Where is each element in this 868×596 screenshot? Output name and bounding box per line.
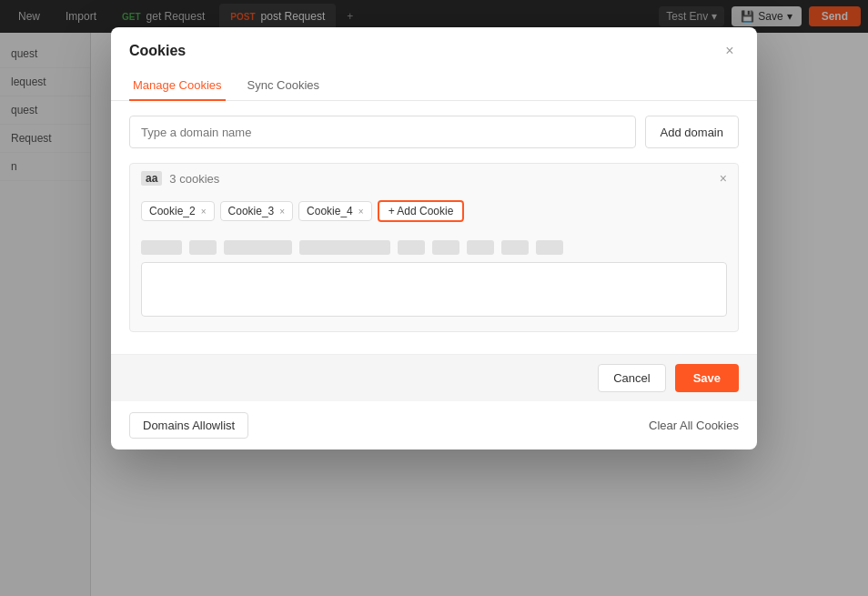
field-placeholder-1 [141,240,182,255]
close-icon: × [725,43,733,59]
modal-close-button[interactable]: × [721,42,739,60]
cancel-button[interactable]: Cancel [598,364,665,392]
modal-title: Cookies [129,43,186,59]
save-label: Save [693,371,721,385]
cookie-chip-2[interactable]: Cookie_3 × [220,201,294,221]
cookie-chip-1-label: Cookie_2 [149,205,196,217]
tab-sync-cookies[interactable]: Sync Cookies [244,71,323,101]
add-domain-label: Add domain [661,126,723,139]
domain-section-header: aa 3 cookies × [130,164,738,193]
add-cookie-button[interactable]: + Add Cookie [378,200,465,222]
cookie-chip-2-label: Cookie_3 [228,205,275,217]
field-placeholder-8 [501,240,529,255]
cookies-modal: Cookies × Manage Cookies Sync Cookies Ad… [111,27,757,450]
modal-body: Add domain aa 3 cookies × Coo [111,101,757,354]
cookie-chip-2-close[interactable]: × [279,207,285,217]
cookie-editor-fields [141,240,727,255]
add-cookie-label: + Add Cookie [389,205,454,217]
domain-abbr: aa [141,171,162,186]
field-placeholder-5 [398,240,425,255]
domain-input-row: Add domain [129,116,739,148]
modal-footer: Cancel Save [111,354,757,401]
cookie-chips: Cookie_2 × Cookie_3 × Cookie_4 × + Add C… [130,193,738,233]
cookie-chip-3-label: Cookie_4 [307,205,353,217]
clear-all-label: Clear All Cookies [649,419,739,432]
cancel-label: Cancel [613,371,650,385]
modal-tabs: Manage Cookies Sync Cookies [111,60,757,101]
domain-close-icon: × [720,171,727,186]
allowlist-label: Domains Allowlist [143,419,235,432]
domain-close-button[interactable]: × [720,171,727,186]
field-placeholder-7 [467,240,494,255]
cookie-chip-3[interactable]: Cookie_4 × [298,201,372,221]
cookie-textarea[interactable] [141,262,727,317]
field-placeholder-3 [224,240,292,255]
field-placeholder-6 [432,240,459,255]
domains-allowlist-button[interactable]: Domains Allowlist [129,412,248,439]
domain-input[interactable] [129,116,636,148]
cookie-editor [130,233,738,331]
clear-all-cookies-button[interactable]: Clear All Cookies [649,419,739,432]
cookie-chip-1[interactable]: Cookie_2 × [141,201,215,221]
modal-bottom-bar: Domains Allowlist Clear All Cookies [111,401,757,450]
save-button[interactable]: Save [675,364,739,392]
domain-label: aa 3 cookies [141,171,219,186]
modal-overlay: Cookies × Manage Cookies Sync Cookies Ad… [0,0,868,596]
add-domain-button[interactable]: Add domain [645,116,739,148]
modal-header: Cookies × [111,27,757,60]
tab-manage-cookies[interactable]: Manage Cookies [129,71,226,101]
domain-section: aa 3 cookies × Cookie_2 × Cookie_3 [129,163,739,332]
sync-cookies-label: Sync Cookies [247,78,319,92]
manage-cookies-label: Manage Cookies [133,78,222,92]
cookie-chip-1-close[interactable]: × [201,207,207,217]
field-placeholder-2 [189,240,217,255]
cookie-count: 3 cookies [169,172,219,186]
field-placeholder-9 [536,240,563,255]
field-placeholder-4 [299,240,390,255]
cookie-chip-3-close[interactable]: × [358,207,364,217]
